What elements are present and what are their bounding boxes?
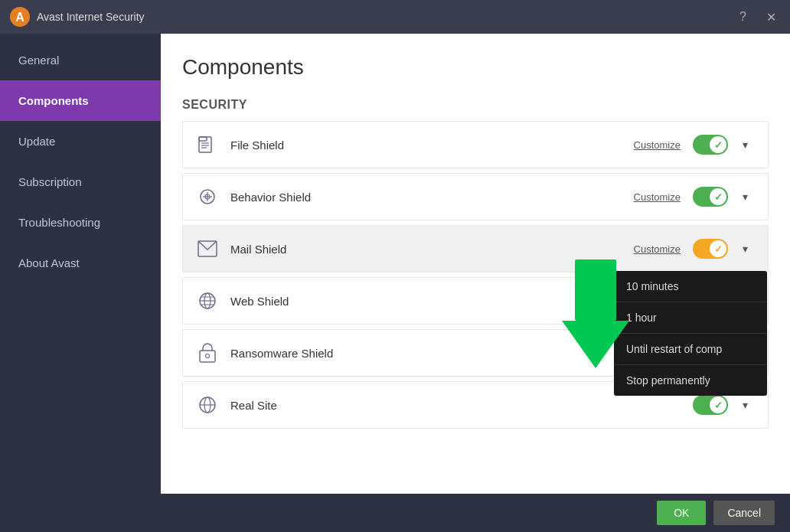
ok-button[interactable]: OK [657,501,706,525]
title-bar-controls: ? ✕ [735,8,781,26]
main-layout: General Components Update Subscription T… [0,34,790,494]
app-title: Avast Internet Security [37,11,735,23]
stop-dropdown: 10 minutes 1 hour Until restart of comp … [614,271,767,396]
mail-shield-customize[interactable]: Customize [634,243,681,255]
dropdown-item-restart[interactable]: Until restart of comp [614,334,767,365]
sidebar-item-subscription[interactable]: Subscription [0,162,161,202]
real-site-toggle[interactable]: ✓ [693,395,728,415]
svg-point-18 [206,354,210,358]
dropdown-item-10min[interactable]: 10 minutes [614,271,767,302]
section-title: Security [182,98,769,112]
mail-shield-toggle[interactable]: ✓ [693,239,728,259]
mail-shield-chevron[interactable]: ▾ [734,238,756,259]
app-logo: A [9,6,31,28]
sidebar-item-troubleshooting[interactable]: Troubleshooting [0,202,161,243]
behavior-shield-toggle[interactable]: ✓ [693,187,728,207]
ransomware-shield-icon [195,341,220,365]
file-shield-icon [195,132,220,157]
behavior-shield-chevron[interactable]: ▾ [734,186,756,207]
svg-rect-3 [199,137,207,141]
real-site-chevron[interactable]: ▾ [734,394,756,416]
page-title: Components [182,55,769,80]
sidebar: General Components Update Subscription T… [0,34,161,494]
component-row-behavior-shield: Behavior Shield Customize ✓ ▾ [182,173,769,220]
svg-rect-2 [199,137,211,152]
mail-shield-name: Mail Shield [230,243,634,256]
behavior-shield-icon [195,184,220,209]
content-area: Components Security File Shield Customiz… [161,34,790,494]
file-shield-name: File Shield [230,139,634,152]
file-shield-toggle[interactable]: ✓ [693,135,728,155]
mail-shield-icon [195,237,220,261]
help-button[interactable]: ? [735,8,751,26]
file-shield-chevron[interactable]: ▾ [734,134,756,155]
component-row-mail-shield: Mail Shield Customize ✓ ▾ [182,225,769,273]
sidebar-item-update[interactable]: Update [0,121,161,162]
close-button[interactable]: ✕ [762,8,781,26]
sidebar-item-about[interactable]: About Avast [0,243,161,283]
sidebar-item-general[interactable]: General [0,40,161,80]
dropdown-item-permanent[interactable]: Stop permanently [614,365,767,396]
real-site-icon [195,393,220,417]
sidebar-item-components[interactable]: Components [0,80,161,121]
file-shield-customize[interactable]: Customize [634,139,681,151]
svg-rect-17 [200,351,215,362]
bottom-bar: OK Cancel [0,494,790,532]
web-shield-icon [195,289,220,313]
component-row-file-shield: File Shield Customize ✓ ▾ [182,121,769,168]
content-scroll[interactable]: Components Security File Shield Customiz… [161,34,790,494]
behavior-shield-name: Behavior Shield [230,191,634,204]
svg-text:A: A [15,11,24,24]
cancel-button[interactable]: Cancel [713,501,775,525]
title-bar: A Avast Internet Security ? ✕ [0,0,790,34]
real-site-name: Real Site [230,399,693,412]
dropdown-item-1hour[interactable]: 1 hour [614,302,767,334]
behavior-shield-customize[interactable]: Customize [634,191,681,203]
